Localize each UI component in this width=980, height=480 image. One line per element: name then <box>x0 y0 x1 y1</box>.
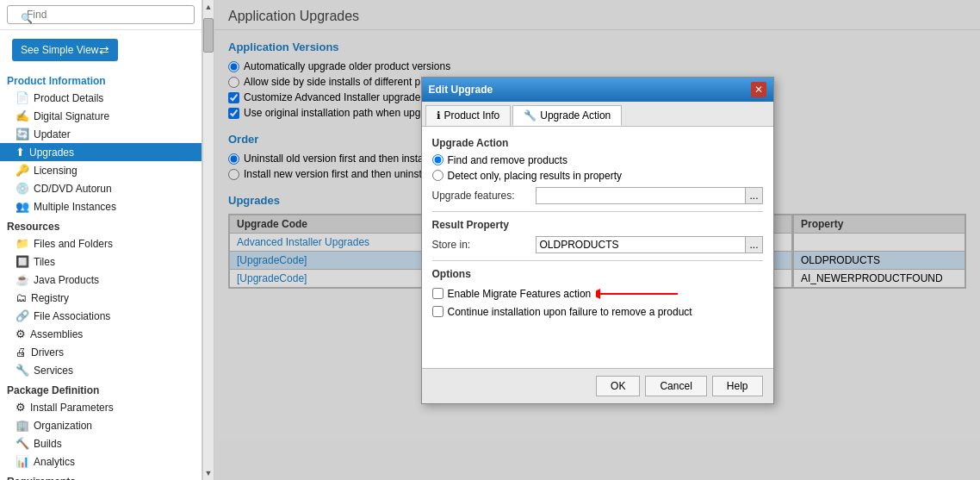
sidebar-item-builds[interactable]: 🔨 Builds <box>0 434 202 452</box>
main-area: Application Upgrades Application Version… <box>214 0 980 480</box>
sidebar-item-licensing[interactable]: 🔑 Licensing <box>0 161 202 179</box>
dialog-close-button[interactable]: ✕ <box>751 82 766 97</box>
upgrades-icon: ⬆ <box>16 146 25 159</box>
product-info-tab-icon: ℹ <box>437 109 441 122</box>
updater-icon: 🔄 <box>16 128 29 140</box>
sidebar-item-cd-dvd[interactable]: 💿 CD/DVD Autorun <box>0 179 202 197</box>
file-associations-icon: 🔗 <box>16 309 29 322</box>
product-info-section-label: Product Information <box>0 70 202 89</box>
ok-button[interactable]: OK <box>596 376 640 396</box>
dialog-title: Edit Upgrade <box>429 84 493 96</box>
scroll-down-arrow[interactable]: ▼ <box>205 466 213 480</box>
dialog-overlay: Edit Upgrade ✕ ℹ Product Info 🔧 Upgrade … <box>214 0 980 480</box>
sidebar-item-upgrades[interactable]: ⬆ Upgrades <box>0 143 202 161</box>
sidebar: 🔍 See Simple View ⇄ Product Information … <box>0 0 202 480</box>
radio-detect-only-input[interactable] <box>432 170 443 181</box>
scrollbar-thumb[interactable] <box>203 18 214 53</box>
main-panel: Application Upgrades Application Version… <box>214 0 980 480</box>
tiles-icon: 🔲 <box>16 255 29 268</box>
sidebar-item-analytics[interactable]: 📊 Analytics <box>0 452 202 471</box>
upgrade-action-tab-icon: 🔧 <box>524 109 537 122</box>
search-icon: 🔍 <box>21 13 33 24</box>
red-arrow-svg <box>596 285 682 302</box>
sidebar-item-multiple-instances[interactable]: 👥 Multiple Instances <box>0 197 202 215</box>
vertical-scrollbar[interactable]: ▲ ▼ <box>202 0 214 480</box>
simple-view-button[interactable]: See Simple View ⇄ <box>12 39 118 61</box>
upgrade-features-label: Upgrade features: <box>432 190 536 202</box>
annotation-arrow <box>596 285 682 302</box>
dialog-tabs: ℹ Product Info 🔧 Upgrade Action <box>422 102 773 127</box>
tab-upgrade-action[interactable]: 🔧 Upgrade Action <box>512 105 622 126</box>
organization-icon: 🏢 <box>16 419 29 432</box>
store-in-browse-button[interactable]: ... <box>746 236 762 253</box>
separator-1 <box>432 211 763 212</box>
java-products-icon: ☕ <box>16 273 29 286</box>
drivers-icon: 🖨 <box>16 346 27 358</box>
radio-find-remove[interactable]: Find and remove products <box>432 154 763 166</box>
search-area: 🔍 <box>0 0 202 30</box>
sidebar-item-assemblies[interactable]: ⚙ Assemblies <box>0 325 202 343</box>
result-property-section-label: Result Property <box>432 219 763 231</box>
requirements-section-label: Requirements <box>0 471 202 480</box>
product-details-icon: 📄 <box>16 91 29 104</box>
sidebar-item-organization[interactable]: 🏢 Organization <box>0 416 202 434</box>
sidebar-item-files-folders[interactable]: 📁 Files and Folders <box>0 234 202 252</box>
upgrade-features-browse-button[interactable]: ... <box>746 187 762 204</box>
multiple-instances-icon: 👥 <box>16 200 29 213</box>
checkbox-continue-install-input[interactable] <box>432 306 443 317</box>
sidebar-item-registry[interactable]: 🗂 Registry <box>0 289 202 307</box>
licensing-icon: 🔑 <box>16 164 29 177</box>
dialog-footer: OK Cancel Help <box>422 368 773 403</box>
sidebar-item-install-params[interactable]: ⚙ Install Parameters <box>0 398 202 416</box>
resources-section-label: Resources <box>0 215 202 234</box>
separator-2 <box>432 260 763 261</box>
upgrade-action-section-label: Upgrade Action <box>432 137 763 149</box>
enable-migrate-row: Enable Migrate Features action <box>432 285 763 302</box>
scroll-up-arrow[interactable]: ▲ <box>205 0 213 14</box>
registry-icon: 🗂 <box>16 291 27 304</box>
install-params-icon: ⚙ <box>16 401 26 414</box>
sidebar-item-drivers[interactable]: 🖨 Drivers <box>0 343 202 361</box>
checkbox-enable-migrate[interactable]: Enable Migrate Features action <box>432 288 592 300</box>
help-button[interactable]: Help <box>712 376 763 396</box>
upgrade-features-input-wrap: ... <box>536 187 763 204</box>
checkbox-enable-migrate-input[interactable] <box>432 288 443 299</box>
sidebar-item-tiles[interactable]: 🔲 Tiles <box>0 252 202 271</box>
store-in-input[interactable] <box>536 236 747 253</box>
upgrade-features-row: Upgrade features: ... <box>432 187 763 204</box>
radio-find-remove-input[interactable] <box>432 154 443 165</box>
cd-dvd-icon: 💿 <box>16 182 29 195</box>
sidebar-item-file-associations[interactable]: 🔗 File Associations <box>0 307 202 325</box>
store-in-row: Store in: ... <box>432 236 763 253</box>
tab-product-info[interactable]: ℹ Product Info <box>425 105 512 126</box>
sidebar-item-services[interactable]: 🔧 Services <box>0 361 202 379</box>
assemblies-icon: ⚙ <box>16 327 26 340</box>
package-def-section-label: Package Definition <box>0 379 202 398</box>
sidebar-item-digital-signature[interactable]: ✍ Digital Signature <box>0 107 202 125</box>
swap-icon: ⇄ <box>99 43 109 57</box>
files-folders-icon: 📁 <box>16 237 29 250</box>
dialog-titlebar: Edit Upgrade ✕ <box>422 78 773 102</box>
checkbox-continue-install[interactable]: Continue installation upon failure to re… <box>432 306 763 318</box>
search-input[interactable] <box>7 5 195 24</box>
sidebar-item-product-details[interactable]: 📄 Product Details <box>0 89 202 107</box>
options-section-label: Options <box>432 268 763 280</box>
store-in-input-wrap: ... <box>536 236 763 253</box>
dialog-body: Upgrade Action Find and remove products … <box>422 127 773 368</box>
upgrade-features-input[interactable] <box>536 187 747 204</box>
store-in-label: Store in: <box>432 239 536 251</box>
analytics-icon: 📊 <box>16 455 29 468</box>
builds-icon: 🔨 <box>16 437 29 450</box>
edit-upgrade-dialog: Edit Upgrade ✕ ℹ Product Info 🔧 Upgrade … <box>421 77 774 404</box>
digital-signature-icon: ✍ <box>16 109 29 122</box>
cancel-button[interactable]: Cancel <box>645 376 706 396</box>
sidebar-item-updater[interactable]: 🔄 Updater <box>0 125 202 143</box>
radio-detect-only[interactable]: Detect only, placing results in property <box>432 170 763 182</box>
services-icon: 🔧 <box>16 364 29 377</box>
sidebar-item-java-products[interactable]: ☕ Java Products <box>0 271 202 289</box>
